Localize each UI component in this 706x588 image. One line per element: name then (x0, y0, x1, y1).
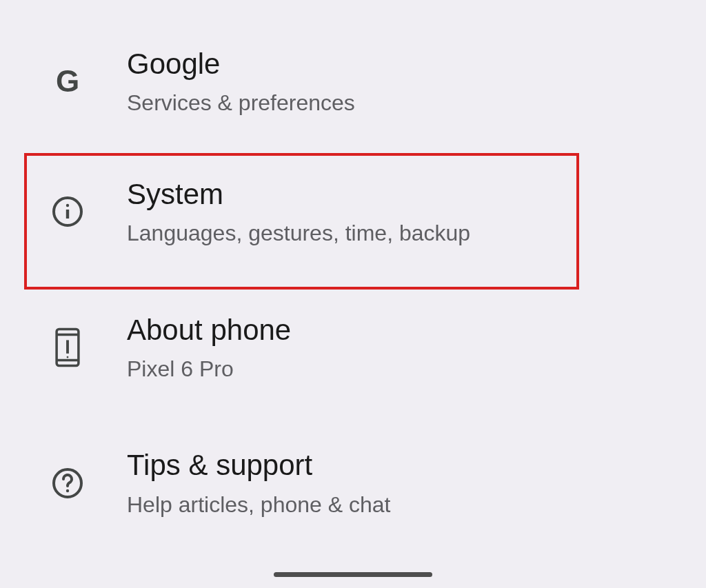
item-text: System Languages, gestures, time, backup (127, 177, 470, 247)
item-subtitle: Help articles, phone & chat (127, 491, 390, 518)
item-subtitle: Pixel 6 Pro (127, 356, 291, 382)
item-text: Tips & support Help articles, phone & ch… (127, 448, 390, 518)
settings-item-system[interactable]: System Languages, gestures, time, backup (0, 144, 706, 280)
item-title: About phone (127, 313, 291, 347)
item-title: Google (127, 47, 355, 81)
item-text: Google Services & preferences (127, 47, 355, 116)
svg-point-2 (66, 204, 69, 207)
item-title: System (127, 177, 470, 212)
settings-list: G Google Services & preferences System L… (0, 0, 706, 551)
settings-item-google[interactable]: G Google Services & preferences (0, 19, 706, 144)
item-subtitle: Languages, gestures, time, backup (127, 220, 470, 246)
settings-item-tips-support[interactable]: Tips & support Help articles, phone & ch… (0, 415, 706, 551)
item-text: About phone Pixel 6 Pro (127, 313, 291, 383)
settings-item-about-phone[interactable]: About phone Pixel 6 Pro (0, 280, 706, 416)
info-icon (48, 192, 87, 231)
svg-point-7 (67, 356, 69, 358)
google-icon: G (48, 62, 87, 101)
svg-point-9 (66, 489, 69, 492)
help-icon (48, 464, 87, 503)
phone-icon (48, 328, 87, 367)
item-subtitle: Services & preferences (127, 90, 355, 116)
navigation-handle[interactable] (274, 572, 432, 577)
item-title: Tips & support (127, 448, 390, 483)
